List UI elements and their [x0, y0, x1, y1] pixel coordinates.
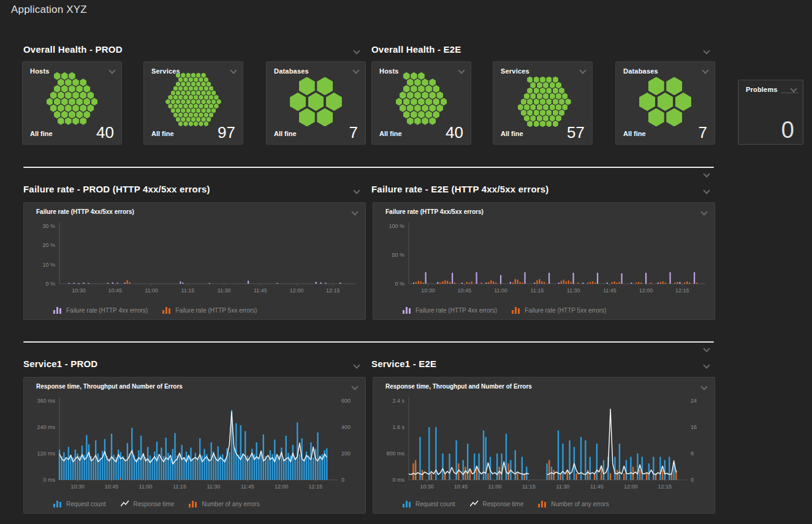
- failure-rate-chart: 0 %50 %100 %10:3010:4511:0011:1511:3011:…: [377, 220, 712, 300]
- health-tile-services-prod[interactable]: Services All fine 97: [143, 61, 243, 145]
- svg-text:20 %: 20 %: [42, 242, 55, 248]
- health-tile-databases-e2e[interactable]: Databases All fine 7: [615, 61, 715, 145]
- tile-title: Databases: [274, 67, 309, 75]
- health-tile-hosts-e2e[interactable]: Hosts All fine 40: [371, 61, 471, 145]
- chevron-down-icon[interactable]: [700, 382, 708, 391]
- honeycomb[interactable]: [271, 77, 360, 127]
- failure-rate-e2e-tile[interactable]: Failure rate (HTTP 4xx/5xx errors) 0 %50…: [373, 202, 715, 320]
- hexagon-healthy: [196, 82, 200, 86]
- hexagon-healthy: [83, 98, 90, 105]
- status-label: All fine: [151, 130, 174, 140]
- hexagon-healthy: [418, 85, 425, 93]
- hexagon-healthy: [83, 111, 90, 118]
- legend-item[interactable]: Number of any errors: [189, 500, 259, 507]
- honeycomb[interactable]: [621, 77, 710, 127]
- svg-text:11:00: 11:00: [494, 287, 507, 294]
- svg-text:12:15: 12:15: [675, 287, 689, 294]
- service-prod-tile[interactable]: Response time, Throughput and Number of …: [23, 377, 366, 514]
- hexagon-healthy: [181, 82, 185, 86]
- svg-text:12:15: 12:15: [309, 484, 323, 490]
- legend-item[interactable]: Request count: [403, 500, 455, 507]
- hexagon-healthy: [80, 117, 86, 124]
- health-tile-databases-prod[interactable]: Databases All fine 7: [266, 61, 366, 145]
- chevron-down-icon[interactable]: [702, 361, 711, 370]
- chevron-down-icon[interactable]: [352, 66, 360, 75]
- hexagon-healthy: [396, 98, 403, 105]
- svg-text:11:15: 11:15: [181, 287, 194, 294]
- hexagon-healthy: [87, 91, 94, 99]
- legend-item[interactable]: Failure rate (HTTP 5xx errors): [162, 306, 257, 314]
- legend-item[interactable]: Failure rate (HTTP 4xx errors): [53, 306, 148, 314]
- legend-item[interactable]: Response time: [121, 500, 175, 507]
- chevron-down-icon[interactable]: [108, 66, 116, 75]
- hexagon-healthy: [400, 104, 406, 112]
- chevron-down-icon[interactable]: [579, 66, 587, 75]
- honeycomb[interactable]: [498, 77, 587, 127]
- svg-text:100 %: 100 %: [389, 223, 404, 229]
- problems-tile[interactable]: Problems 0: [738, 80, 803, 145]
- chevron-down-icon[interactable]: [700, 208, 708, 216]
- hexagon-healthy: [418, 111, 425, 118]
- svg-text:50 %: 50 %: [392, 252, 404, 258]
- chevron-down-icon[interactable]: [702, 47, 711, 55]
- hexagon-healthy: [194, 77, 198, 82]
- hexagon-healthy: [196, 108, 200, 113]
- hexagon-healthy: [201, 82, 205, 86]
- hexagon-healthy: [414, 91, 421, 99]
- chevron-down-icon[interactable]: [702, 344, 711, 353]
- hexagon-healthy: [543, 115, 548, 122]
- hexagon-healthy: [199, 77, 203, 82]
- legend-item[interactable]: Response time: [470, 500, 524, 507]
- status-label: All fine: [274, 130, 297, 140]
- hexagon-healthy: [326, 93, 342, 111]
- hexagon-healthy: [83, 85, 90, 93]
- hexagon-healthy: [50, 104, 57, 112]
- chevron-down-icon[interactable]: [229, 66, 238, 75]
- honeycomb[interactable]: [377, 77, 466, 127]
- chevron-down-icon[interactable]: [352, 47, 361, 55]
- chevron-down-icon[interactable]: [701, 66, 710, 75]
- hexagon-healthy: [407, 91, 414, 99]
- chevron-down-icon[interactable]: [351, 382, 359, 391]
- entity-count: 40: [446, 124, 463, 140]
- chevron-down-icon[interactable]: [702, 186, 711, 195]
- health-tile-services-e2e[interactable]: Services All fine 57: [493, 61, 593, 145]
- hexagon-healthy: [411, 98, 417, 105]
- honeycomb[interactable]: [149, 77, 238, 127]
- chevron-down-icon[interactable]: [352, 361, 361, 370]
- hexagon-healthy: [204, 77, 208, 82]
- legend-item[interactable]: Failure rate (HTTP 5xx errors): [512, 306, 606, 314]
- chevron-down-icon[interactable]: [457, 66, 466, 75]
- health-tile-hosts-prod[interactable]: Hosts All fine 40: [22, 61, 122, 145]
- failure-rate-prod-tile[interactable]: Failure rate (HTTP 4xx/5xx errors) 0 %10…: [23, 202, 366, 320]
- honeycomb[interactable]: [28, 77, 116, 127]
- hexagon-healthy: [173, 95, 178, 100]
- hexagon-healthy: [530, 93, 536, 100]
- svg-text:10:30: 10:30: [421, 287, 435, 294]
- chevron-down-icon[interactable]: [351, 208, 359, 216]
- hexagon-healthy: [207, 108, 211, 113]
- chevron-down-icon[interactable]: [352, 186, 361, 195]
- svg-text:11:15: 11:15: [530, 287, 544, 294]
- legend-item[interactable]: Number of any errors: [538, 500, 609, 507]
- entity-count: 7: [699, 124, 707, 140]
- hexagon-healthy: [183, 95, 188, 100]
- chevron-down-icon[interactable]: [702, 170, 711, 178]
- hexagon-healthy: [658, 93, 674, 111]
- hexagon-healthy: [429, 117, 436, 124]
- status-label: All fine: [379, 130, 402, 140]
- chevron-down-icon[interactable]: [789, 85, 798, 93]
- legend-item[interactable]: Request count: [53, 500, 106, 507]
- hexagon-healthy: [414, 117, 421, 124]
- service-e2e-tile[interactable]: Response time, Throughput and Number of …: [373, 377, 715, 514]
- hexagon-healthy: [176, 108, 180, 113]
- hexagon-healthy: [422, 104, 428, 112]
- legend-item[interactable]: Failure rate (HTTP 4xx errors): [403, 306, 497, 314]
- hexagon-healthy: [65, 91, 72, 99]
- legend-label: Failure rate (HTTP 4xx errors): [66, 307, 148, 314]
- hexagon-healthy: [422, 91, 428, 99]
- hexagon-healthy: [54, 98, 61, 105]
- section-header-service-prod: Service1 - PROD: [23, 359, 97, 369]
- hexagon-healthy: [418, 98, 425, 105]
- hexagon-healthy: [181, 90, 185, 95]
